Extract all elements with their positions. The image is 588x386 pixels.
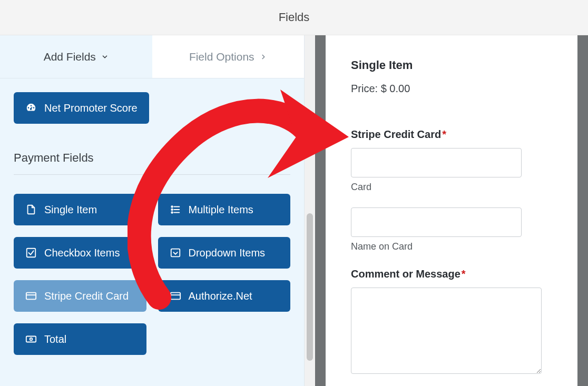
chevron-right-icon: [260, 53, 267, 61]
tab-field-options-label: Field Options: [189, 51, 254, 63]
payment-fields-heading[interactable]: Payment Fields: [14, 151, 290, 175]
authorize-net-button[interactable]: Authorize.Net: [158, 280, 291, 312]
multiple-items-button[interactable]: Multiple Items: [158, 194, 291, 225]
add-fields-panel: Add Fields Field Options Net Promoter Sc…: [0, 35, 305, 386]
card-sublabel: Card: [351, 182, 552, 193]
form-preview: Single Item Price: $ 0.00 Stripe Credit …: [326, 35, 577, 386]
net-promoter-score-button[interactable]: Net Promoter Score: [14, 92, 149, 124]
money-icon: [25, 333, 37, 345]
svg-point-5: [171, 212, 173, 213]
comment-textarea[interactable]: [351, 288, 542, 374]
gauge-icon: [25, 102, 37, 114]
page-header: Fields: [0, 0, 588, 35]
panel-divider-right: [577, 35, 588, 386]
chevron-down-icon: [101, 53, 109, 61]
svg-rect-10: [170, 293, 180, 300]
list-icon: [170, 204, 181, 215]
single-item-button[interactable]: Single Item: [14, 194, 146, 225]
svg-rect-12: [26, 336, 36, 342]
checkbox-icon: [25, 247, 37, 259]
payment-fields-grid: Single Item Multiple Items Checkbox Item…: [14, 194, 290, 355]
name-on-card-input[interactable]: [351, 207, 522, 237]
dropdown-icon: [170, 247, 181, 259]
button-label: Dropdown Items: [189, 247, 266, 259]
svg-rect-6: [27, 249, 36, 258]
page-title: Fields: [279, 11, 310, 24]
main-area: Add Fields Field Options Net Promoter Sc…: [0, 35, 588, 386]
card-input[interactable]: [351, 148, 522, 177]
stripe-label-text: Stripe Credit Card: [351, 128, 441, 140]
sidebar-body: Net Promoter Score Payment Fields Single…: [0, 78, 304, 355]
tab-add-fields[interactable]: Add Fields: [0, 35, 152, 78]
required-asterisk: *: [462, 268, 466, 280]
button-label: Net Promoter Score: [44, 102, 138, 114]
single-item-heading: Single Item: [351, 58, 552, 72]
total-button[interactable]: Total: [14, 323, 146, 355]
tab-field-options[interactable]: Field Options: [152, 35, 305, 78]
stripe-credit-card-button[interactable]: Stripe Credit Card: [14, 280, 146, 312]
button-label: Multiple Items: [189, 204, 253, 216]
svg-rect-8: [26, 293, 36, 300]
comment-label: Comment or Message*: [351, 268, 552, 280]
price-text: Price: $ 0.00: [351, 83, 552, 95]
tab-add-fields-label: Add Fields: [44, 51, 96, 63]
button-label: Stripe Credit Card: [44, 290, 129, 302]
svg-point-13: [30, 338, 33, 341]
credit-card-icon: [170, 290, 181, 302]
panel-divider-left: [315, 35, 326, 386]
button-label: Total: [44, 333, 66, 345]
svg-point-4: [171, 209, 173, 211]
file-icon: [25, 204, 37, 215]
svg-rect-7: [171, 249, 180, 257]
sidebar-scrollbar[interactable]: [305, 35, 315, 386]
stripe-label: Stripe Credit Card*: [351, 128, 552, 141]
required-asterisk: *: [442, 128, 446, 140]
comment-label-text: Comment or Message: [351, 268, 460, 280]
dropdown-items-button[interactable]: Dropdown Items: [158, 237, 291, 269]
name-on-card-sublabel: Name on Card: [351, 241, 552, 252]
checkbox-items-button[interactable]: Checkbox Items: [14, 237, 146, 269]
payment-fields-title: Payment Fields: [14, 151, 94, 165]
credit-card-icon: [25, 290, 37, 302]
button-label: Checkbox Items: [44, 247, 120, 259]
svg-point-3: [171, 206, 173, 207]
button-label: Single Item: [44, 204, 97, 216]
button-label: Authorize.Net: [189, 290, 252, 302]
sidebar-tabs: Add Fields Field Options: [0, 35, 304, 78]
